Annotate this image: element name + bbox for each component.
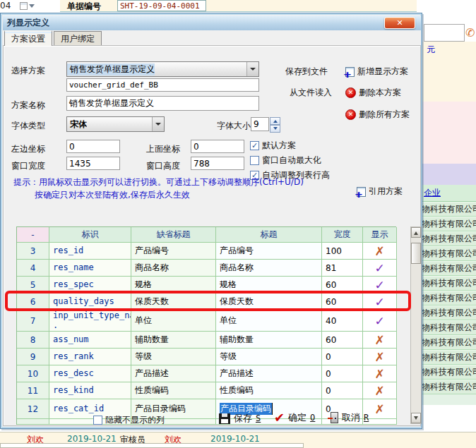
table-cell-width[interactable]: 60: [322, 332, 363, 349]
delete-all-schemes-button[interactable]: 删除所有方案: [345, 109, 410, 121]
chevron-down-icon[interactable]: [246, 62, 258, 76]
table-cell-rownum[interactable]: 11: [17, 382, 49, 399]
table-cell-width[interactable]: 81: [322, 260, 363, 277]
scrollbar-thumb[interactable]: [411, 243, 421, 264]
table-cell-default-title[interactable]: 保质天数: [131, 293, 216, 310]
company-row[interactable]: 物科技有限公司: [422, 217, 476, 231]
phone-icon[interactable]: ✆: [465, 26, 475, 40]
table-cell-width[interactable]: 0: [322, 382, 363, 399]
table-cell-title[interactable]: 商品名称: [216, 260, 322, 277]
table-cell-field-id[interactable]: res_spec: [49, 277, 131, 293]
table-cell-rownum[interactable]: 8: [17, 332, 49, 349]
table-scrollbar[interactable]: [410, 226, 422, 424]
table-cell-rownum[interactable]: 10: [17, 365, 49, 382]
table-cell-field-id[interactable]: ass_num: [49, 332, 131, 349]
table-cell-rownum[interactable]: 9: [17, 349, 49, 365]
checkbox-auto-maximize[interactable]: 窗口自动最大化: [250, 155, 321, 167]
checkbox-icon[interactable]: [93, 416, 102, 425]
company-row[interactable]: 物科技有限公司: [422, 365, 476, 380]
table-cell-rownum[interactable]: 12: [17, 399, 49, 419]
font-type-dropdown[interactable]: 宋体: [66, 116, 165, 132]
table-cell-rownum[interactable]: 7: [17, 310, 49, 332]
add-scheme-button[interactable]: 新增显示方案: [345, 66, 408, 78]
save-to-file-link[interactable]: 保存到文件: [285, 66, 328, 78]
table-cell-field-id[interactable]: res_kind: [49, 382, 131, 399]
close-button[interactable]: ✕: [384, 17, 415, 29]
cancel-button[interactable]: 取消 R: [331, 411, 369, 424]
hidden-cross-icon[interactable]: ✗: [363, 332, 397, 349]
hidden-cross-icon[interactable]: ✗: [363, 365, 397, 382]
reference-scheme-button[interactable]: 引用方案: [357, 186, 403, 198]
window-width-input[interactable]: 1435: [66, 157, 120, 170]
company-row[interactable]: 物科技有限公司: [422, 261, 476, 276]
shown-check-icon[interactable]: ✓: [363, 310, 397, 332]
scheme-select-dropdown[interactable]: 销售发货单据显示定义: [66, 61, 259, 77]
table-cell-rownum[interactable]: 6: [17, 293, 49, 310]
table-cell-width[interactable]: 0: [322, 365, 363, 382]
hide-hidden-columns-checkbox[interactable]: 隐藏不显示的列: [93, 414, 165, 426]
table-cell-default-title[interactable]: 产品编号: [131, 243, 216, 260]
table-cell-title[interactable]: 产品编号: [216, 243, 322, 260]
hidden-cross-icon[interactable]: ✗: [363, 382, 397, 399]
table-cell-default-title[interactable]: 等级: [131, 349, 216, 365]
scroll-up-icon[interactable]: [411, 227, 421, 238]
table-cell-title[interactable]: 规格: [216, 277, 322, 293]
font-size-input[interactable]: 9: [251, 117, 269, 131]
table-header-3[interactable]: 标题: [216, 227, 322, 243]
table-cell-field-id[interactable]: quality_days: [49, 293, 131, 310]
company-row[interactable]: 物科技有限公司: [422, 320, 476, 335]
window-height-input[interactable]: 788: [191, 157, 244, 170]
table-cell-field-id[interactable]: inp_unit_type_nam .: [49, 310, 131, 332]
table-cell-field-id[interactable]: res_id: [49, 243, 131, 260]
checkbox-default-scheme[interactable]: ✓ 默认方案: [250, 140, 296, 152]
table-cell-title[interactable]: 保质天数: [216, 293, 322, 310]
table-cell-title[interactable]: 等级: [216, 349, 322, 365]
tab-scheme-settings[interactable]: 方案设置: [4, 30, 52, 46]
table-header-1[interactable]: 标识: [49, 227, 131, 243]
shown-check-icon[interactable]: ✓: [363, 277, 397, 293]
table-cell-title[interactable]: 性质编码: [216, 382, 322, 399]
table-cell-title[interactable]: 产品描述: [216, 365, 322, 382]
background-input[interactable]: [424, 24, 465, 42]
table-cell-default-title[interactable]: 性质编码: [131, 382, 216, 399]
company-row[interactable]: 物科技有限公司: [422, 202, 476, 217]
company-row[interactable]: 物科技有限公司: [422, 335, 476, 350]
chevron-down-icon[interactable]: [152, 117, 164, 131]
company-row[interactable]: 物科技有限公司: [422, 231, 476, 246]
tab-user-binding[interactable]: 用户绑定: [54, 31, 102, 46]
company-row[interactable]: 物科技有限公司: [422, 380, 476, 394]
doc-no-field[interactable]: SHT-19-09-04-0001: [117, 0, 206, 11]
font-size-spinner[interactable]: [270, 117, 280, 131]
table-cell-field-id[interactable]: res_name: [49, 260, 131, 277]
checkbox-icon[interactable]: ✓: [250, 141, 259, 150]
table-header-0[interactable]: -: [17, 227, 49, 243]
table-cell-width[interactable]: 0: [322, 349, 363, 365]
table-cell-rownum[interactable]: 4: [17, 260, 49, 277]
spinner-up-icon[interactable]: [270, 117, 280, 125]
ok-button[interactable]: ✔ 确定 O: [274, 411, 315, 424]
company-row[interactable]: 物科技有限公司: [422, 276, 476, 291]
table-header-4[interactable]: 宽度: [322, 227, 363, 243]
company-row[interactable]: 物科技有限公司: [422, 350, 476, 365]
scheme-code-field[interactable]: voucher_grid_def_BB: [66, 78, 259, 92]
table-cell-field-id[interactable]: res_rank: [49, 349, 131, 365]
company-column-header[interactable]: 企业: [422, 185, 476, 202]
table-cell-title[interactable]: 辅助数量: [216, 332, 322, 349]
table-cell-default-title[interactable]: 规格: [131, 277, 216, 293]
table-cell-default-title[interactable]: 产品描述: [131, 365, 216, 382]
shown-check-icon[interactable]: ✓: [363, 260, 397, 277]
left-coord-input[interactable]: 0: [66, 140, 120, 153]
company-row[interactable]: 物科技有限公司: [422, 305, 476, 320]
table-cell-title[interactable]: 单位: [216, 310, 322, 332]
table-cell-rownum[interactable]: 3: [17, 243, 49, 260]
company-row[interactable]: 物科技有限公司: [422, 291, 476, 305]
table-header-5[interactable]: 显示: [363, 227, 397, 243]
table-cell-default-title[interactable]: 商品名称: [131, 260, 216, 277]
table-cell-field-id[interactable]: res_desc: [49, 365, 131, 382]
shown-check-icon[interactable]: ✓: [363, 293, 397, 310]
delete-scheme-button[interactable]: 删除本方案: [345, 87, 401, 99]
table-header-2[interactable]: 缺省标题: [131, 227, 216, 243]
dialog-titlebar[interactable]: 列显示定义 ✕: [3, 16, 421, 30]
table-cell-rownum[interactable]: 5: [17, 277, 49, 293]
table-cell-width[interactable]: 100: [322, 243, 363, 260]
